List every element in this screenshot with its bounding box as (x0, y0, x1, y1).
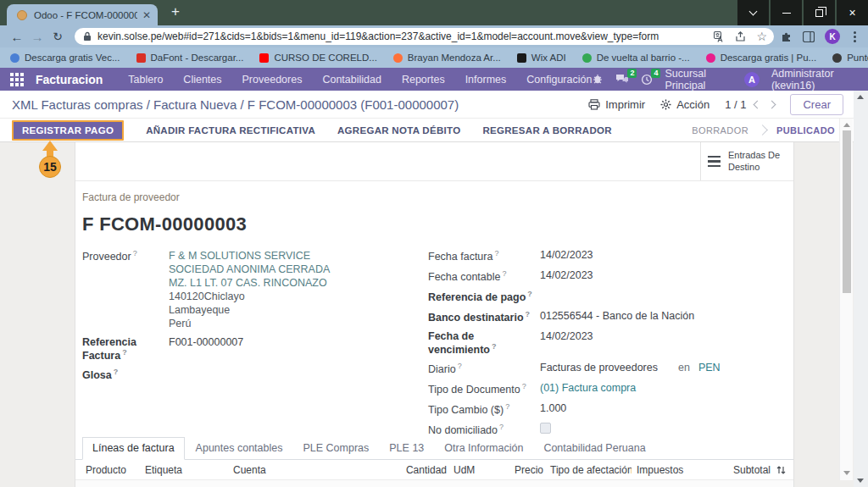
bookmark-item[interactable]: CURSO DE CORELD... (259, 53, 376, 63)
document-type-label: Factura de proveedor (82, 191, 787, 203)
pager-next-icon[interactable] (768, 100, 776, 108)
menu-informes[interactable]: Informes (465, 74, 507, 86)
currency-value[interactable]: PEN (698, 362, 721, 374)
tab-contabilidad-peruana[interactable]: Contabilidad Peruana (534, 438, 654, 459)
field-label: Banco destinatario? (428, 310, 540, 324)
bookmark-favicon (136, 53, 146, 63)
tab-close-icon[interactable]: ✕ (142, 9, 151, 21)
close-button[interactable]: × (837, 0, 868, 25)
bookmark-star-icon[interactable]: ☆ (756, 30, 767, 42)
tab-ple-13[interactable]: PLE 13 (380, 438, 433, 459)
bookmark-item[interactable]: De vuelta al barrio -... (582, 53, 690, 63)
scrollbar-thumb[interactable] (843, 130, 851, 293)
optional-columns-icon[interactable] (771, 465, 791, 475)
menu-clientes[interactable]: Clientes (183, 74, 221, 86)
content-area: Entradas De Destino Factura de proveedor… (0, 142, 854, 487)
tab-apuntes-contables[interactable]: Apuntes contables (186, 438, 292, 459)
empty-line-row[interactable] (75, 479, 793, 487)
column-cantidad[interactable]: Cantidad (392, 464, 447, 476)
debug-bug-icon[interactable] (592, 74, 604, 85)
register-payment-button[interactable]: REGISTRAR PAGO (12, 120, 124, 141)
back-to-draft-button[interactable]: REGRESAR A BORRADOR (482, 125, 611, 136)
reload-button[interactable]: ↻ (47, 30, 68, 43)
user-avatar[interactable]: A (744, 72, 760, 87)
share-icon[interactable] (735, 31, 746, 42)
column-etiqueta[interactable]: Etiqueta (145, 464, 233, 476)
state-draft[interactable]: BORRADOR (692, 125, 748, 136)
form-right-column: Fecha factura? 14/02/2023 Fecha contable… (428, 249, 787, 443)
scroll-up-icon[interactable] (843, 123, 850, 127)
non-domiciled-checkbox[interactable] (540, 423, 551, 434)
menu-tablero[interactable]: Tablero (128, 74, 163, 86)
create-button[interactable]: Crear (790, 94, 843, 115)
activities-clock-icon[interactable]: 4 (641, 74, 653, 86)
bookmark-item[interactable]: Descarga gratis Vec... (10, 53, 120, 63)
column-tipo-afectacion[interactable]: Tipo de afectación (543, 464, 632, 476)
breadcrumb[interactable]: XML Facturas compras / Factura Nueva / F… (12, 97, 459, 112)
scroll-down-icon[interactable] (843, 471, 850, 475)
column-cuenta[interactable]: Cuenta (233, 464, 392, 476)
invoice-date-value[interactable]: 14/02/2023 (540, 249, 593, 263)
state-posted[interactable]: PUBLICADO (776, 125, 835, 136)
restore-button[interactable] (804, 0, 835, 25)
column-precio[interactable]: Precio (496, 464, 543, 476)
partner-value[interactable]: F & M SOLUTIONS SERVICE SOCIEDAD ANONIMA… (169, 249, 330, 330)
forward-button[interactable]: → (27, 30, 47, 44)
accounting-date-value[interactable]: 14/02/2023 (540, 269, 593, 284)
company-selector[interactable]: Sucursal Principal (665, 68, 732, 91)
column-producto[interactable]: Producto (86, 464, 145, 476)
due-date-value[interactable]: 14/02/2023 (540, 330, 593, 356)
window-menu-button[interactable] (737, 0, 769, 25)
new-tab-button[interactable]: + (166, 3, 185, 20)
add-debit-note-button[interactable]: AGREGAR NOTA DÉBITO (337, 125, 460, 136)
scroll-up-icon[interactable] (857, 95, 864, 99)
bookmark-favicon (517, 53, 526, 63)
user-menu[interactable]: Administrator (kevin16) (771, 68, 858, 91)
column-impuestos[interactable]: Impuestos (632, 464, 709, 476)
browser-menu-icon[interactable] (850, 31, 860, 42)
column-udm[interactable]: UdM (447, 464, 496, 476)
bookmark-item[interactable]: Punto de venta Ven... (832, 53, 868, 63)
print-button[interactable]: Imprimir (588, 98, 645, 111)
bookmark-item[interactable]: Wix ADI (517, 53, 566, 63)
url-text[interactable]: kevin.solse.pe/web#id=271&cids=1&bids=1&… (97, 30, 704, 42)
exchange-rate-value[interactable]: 1.000 (540, 402, 566, 417)
menu-proveedores[interactable]: Proveedores (242, 74, 303, 86)
back-button[interactable]: ← (7, 30, 27, 44)
browser-tab[interactable]: Odoo - F FCOM-00000003 (F001 ✕ (7, 4, 158, 25)
profile-avatar[interactable]: K (825, 29, 840, 44)
apps-grid-icon[interactable] (10, 73, 24, 86)
address-bar[interactable]: kevin.solse.pe/web#id=271&cids=1&bids=1&… (75, 28, 774, 45)
content-scrollbar[interactable] (839, 119, 853, 480)
bookmark-item[interactable]: Descarga gratis | Pu... (706, 53, 817, 63)
destination-entries-button[interactable]: Entradas De Destino (700, 142, 793, 180)
action-button[interactable]: Acción (660, 98, 709, 111)
minimize-button[interactable] (771, 0, 802, 25)
add-credit-note-button[interactable]: AÑADIR FACTURA RECTIFICATIVA (146, 125, 315, 136)
tab-ple-compras[interactable]: PLE Compras (293, 438, 378, 459)
messages-icon[interactable]: 2 (615, 74, 629, 85)
side-panel-icon[interactable] (803, 31, 815, 42)
tab-lineas-de-factura[interactable]: Líneas de factura (82, 437, 185, 460)
glosa-field: Glosa? (82, 368, 428, 382)
journal-value[interactable]: Facturas de proveedores (540, 362, 658, 374)
translate-icon[interactable] (714, 31, 725, 42)
scroll-down-icon[interactable] (857, 479, 864, 483)
extensions-icon[interactable] (781, 30, 793, 42)
app-name[interactable]: Facturacion (36, 73, 103, 86)
recipient-bank-value[interactable]: 012556544 - Banco de la Nación (540, 310, 694, 324)
menu-configuracion[interactable]: Configuración (526, 74, 592, 86)
tab-otra-informacion[interactable]: Otra Información (435, 438, 532, 459)
bookmark-item[interactable]: DaFont - Descargar... (136, 53, 244, 63)
bookmark-item[interactable]: Brayan Mendoza Ar... (393, 53, 501, 63)
menu-reportes[interactable]: Reportes (402, 74, 445, 86)
document-type-value[interactable]: (01) Factura compra (540, 382, 636, 396)
menu-contabilidad[interactable]: Contabilidad (322, 74, 381, 86)
pager-previous-icon[interactable] (754, 100, 762, 108)
toolbar-right: K (781, 29, 860, 44)
print-label: Imprimir (605, 98, 645, 111)
invoice-form: Factura de proveedor F FCOM-00000003 Pro… (75, 181, 793, 443)
browser-scrollbar[interactable] (854, 91, 868, 487)
invoice-reference-value[interactable]: F001-00000007 (169, 336, 243, 362)
column-subtotal[interactable]: Subtotal (709, 464, 771, 476)
